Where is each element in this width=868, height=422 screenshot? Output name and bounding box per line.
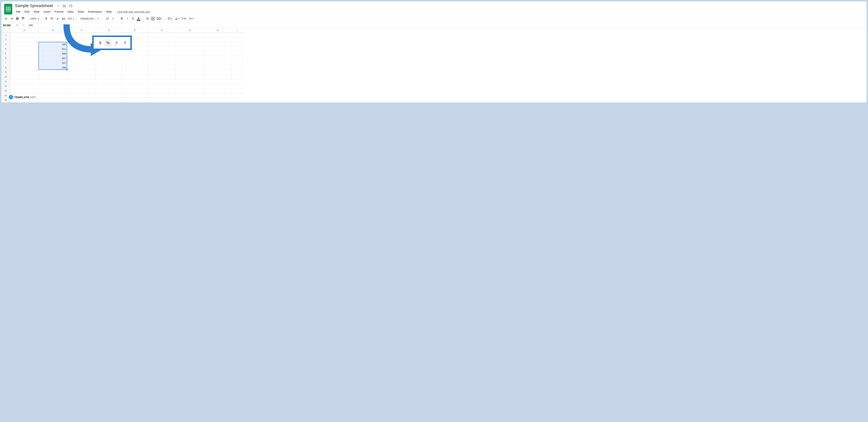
cell-C12[interactable] xyxy=(67,84,96,89)
column-header-H[interactable]: H xyxy=(204,28,232,33)
cell-D6[interactable] xyxy=(96,56,122,61)
menu-extensions[interactable]: Extensions xyxy=(86,9,103,14)
cell-D11[interactable] xyxy=(96,79,122,84)
cell-G5[interactable] xyxy=(176,51,204,56)
cell-F10[interactable] xyxy=(148,74,176,79)
merge-cells-button[interactable]: ▼ xyxy=(156,16,163,21)
menu-view[interactable]: View xyxy=(32,9,41,14)
cloud-status-icon[interactable] xyxy=(69,4,73,8)
doc-title[interactable]: Sample Spreadsheet xyxy=(14,3,54,8)
cell-F4[interactable] xyxy=(148,47,176,51)
row-header-8[interactable]: 8 xyxy=(1,65,10,70)
cell-A3[interactable] xyxy=(10,42,39,47)
cell-A12[interactable] xyxy=(10,84,39,89)
zoom-dropdown[interactable]: 100% ▼ xyxy=(29,17,40,20)
row-header-1[interactable]: 1 xyxy=(1,33,10,37)
cell-E12[interactable] xyxy=(122,84,148,89)
cell-G2[interactable] xyxy=(176,37,204,42)
cell-H15[interactable] xyxy=(204,98,232,102)
move-folder-icon[interactable] xyxy=(62,4,66,8)
callout-percent-button[interactable]: % xyxy=(105,39,112,46)
cell-B7[interactable]: 527 xyxy=(39,61,67,65)
cell-C2[interactable] xyxy=(67,37,96,42)
cell-G15[interactable] xyxy=(176,98,204,102)
cell-A9[interactable] xyxy=(10,70,39,74)
cell-B15[interactable] xyxy=(39,98,67,102)
vertical-align-button[interactable]: ▼ xyxy=(174,16,180,21)
cell-I6[interactable] xyxy=(232,56,243,61)
cell-D15[interactable] xyxy=(96,98,122,102)
redo-button[interactable] xyxy=(9,16,14,21)
cell-A1[interactable] xyxy=(10,33,39,37)
cell-F13[interactable] xyxy=(148,89,176,93)
cell-H10[interactable] xyxy=(204,74,232,79)
column-header-B[interactable]: B xyxy=(39,28,67,33)
cell-C7[interactable] xyxy=(67,61,96,65)
column-header-E[interactable]: E xyxy=(122,28,148,33)
cell-I4[interactable] xyxy=(232,47,243,51)
increase-decimal-button[interactable]: .00→ xyxy=(61,16,66,21)
cell-D10[interactable] xyxy=(96,74,122,79)
cell-F9[interactable] xyxy=(148,70,176,74)
cell-G4[interactable] xyxy=(176,47,204,51)
cell-E5[interactable] xyxy=(122,51,148,56)
menu-tools[interactable]: Tools xyxy=(76,9,86,14)
cell-E11[interactable] xyxy=(122,79,148,84)
cell-C10[interactable] xyxy=(67,74,96,79)
percent-button[interactable]: % xyxy=(50,16,54,21)
cell-D9[interactable] xyxy=(96,70,122,74)
cell-F11[interactable] xyxy=(148,79,176,84)
undo-button[interactable] xyxy=(4,16,8,21)
cell-F6[interactable] xyxy=(148,56,176,61)
cell-C8[interactable] xyxy=(67,65,96,70)
column-header-D[interactable]: D xyxy=(96,28,122,33)
cell-H5[interactable] xyxy=(204,51,232,56)
sheets-logo-icon[interactable] xyxy=(4,4,12,14)
cell-H7[interactable] xyxy=(204,61,232,65)
cell-F2[interactable] xyxy=(148,37,176,42)
cell-I14[interactable] xyxy=(232,93,243,98)
cell-I3[interactable] xyxy=(232,42,243,47)
cell-G9[interactable] xyxy=(176,70,204,74)
paint-format-button[interactable] xyxy=(21,16,25,21)
bold-button[interactable]: B xyxy=(119,16,124,21)
cell-I1[interactable] xyxy=(232,33,243,37)
cell-A2[interactable] xyxy=(10,37,39,42)
cell-B12[interactable] xyxy=(39,84,67,89)
cell-H6[interactable] xyxy=(204,56,232,61)
menu-data[interactable]: Data xyxy=(66,9,75,14)
row-header-2[interactable]: 2 xyxy=(1,37,10,42)
menu-help[interactable]: Help xyxy=(104,9,114,14)
star-icon[interactable]: ☆ xyxy=(56,4,60,8)
row-header-3[interactable]: 3 xyxy=(1,42,10,47)
cell-I15[interactable] xyxy=(232,98,243,102)
cell-C14[interactable] xyxy=(67,93,96,98)
select-all-corner[interactable] xyxy=(1,28,10,33)
borders-button[interactable] xyxy=(150,16,155,21)
cell-D5[interactable] xyxy=(96,51,122,56)
cell-G7[interactable] xyxy=(176,61,204,65)
cell-B13[interactable] xyxy=(39,89,67,93)
cell-C11[interactable] xyxy=(67,79,96,84)
callout-currency-button[interactable]: $ xyxy=(97,39,103,46)
column-header-G[interactable]: G xyxy=(176,28,204,33)
callout-increase-decimal-button[interactable]: .0 xyxy=(121,39,128,46)
cell-A6[interactable] xyxy=(10,56,39,61)
cell-I11[interactable] xyxy=(232,79,243,84)
decrease-decimal-button[interactable]: .0← xyxy=(55,16,60,21)
cell-G3[interactable] xyxy=(176,42,204,47)
cell-G12[interactable] xyxy=(176,84,204,89)
cell-B10[interactable] xyxy=(39,74,67,79)
cell-I13[interactable] xyxy=(232,89,243,93)
cell-B1[interactable] xyxy=(39,33,67,37)
horizontal-align-button[interactable]: ▼ xyxy=(167,16,173,21)
cell-B4[interactable]: 911 xyxy=(39,47,67,51)
column-header-F[interactable]: F xyxy=(148,28,176,33)
cell-H13[interactable] xyxy=(204,89,232,93)
cell-G11[interactable] xyxy=(176,79,204,84)
cell-E15[interactable] xyxy=(122,98,148,102)
row-header-12[interactable]: 12 xyxy=(1,84,10,89)
text-color-button[interactable]: A xyxy=(136,16,141,21)
cell-I2[interactable] xyxy=(232,37,243,42)
cell-A7[interactable] xyxy=(10,61,39,65)
